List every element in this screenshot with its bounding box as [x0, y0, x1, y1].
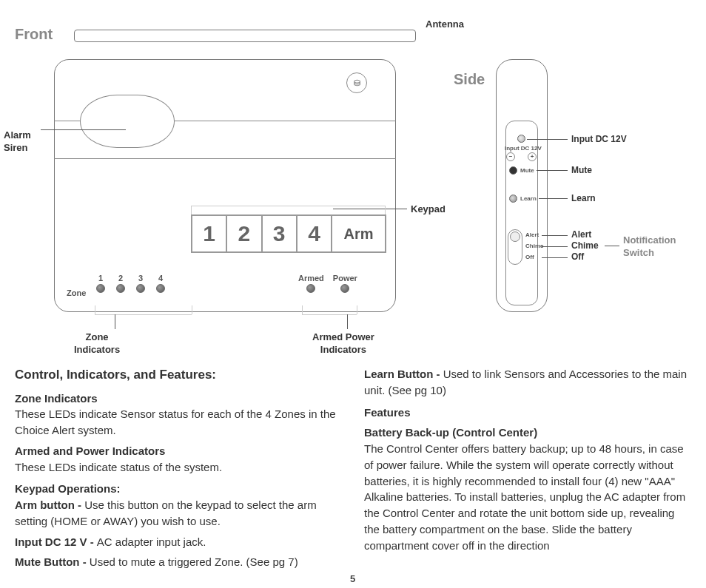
armed-power-heading: Armed and Power Indicators: [15, 443, 342, 459]
plus-icon: +: [528, 152, 537, 161]
armed-ind-leader: [347, 314, 348, 329]
keypad-bracket-r: [385, 206, 386, 214]
learn-button-label: Learn Button -: [364, 368, 443, 380]
zone-led-1: 1: [96, 274, 105, 293]
chime-leader: [542, 246, 568, 247]
keypad-leader: [333, 209, 407, 209]
led-icon: [340, 284, 349, 293]
input-dc-tiny-label: Input DC 12V: [505, 145, 542, 152]
chime-tiny-label: Chime: [525, 243, 543, 249]
front-view-label: Front: [15, 26, 53, 43]
input-dc-port: [517, 135, 525, 143]
armed-led: Armed: [298, 274, 324, 293]
ge-logo-icon: ⛁: [346, 72, 367, 93]
accent-line: [175, 121, 396, 121]
armed-bracket-l: [302, 305, 303, 314]
features-heading: Features: [364, 405, 691, 421]
section-title: Control, Indicators, and Features:: [15, 366, 342, 385]
alarm-siren-callout: Alarm Siren: [4, 129, 31, 155]
inputdc-leader: [527, 139, 568, 140]
keypad-key-2[interactable]: 2: [227, 216, 262, 251]
arm-button-label: Arm button -: [15, 499, 84, 511]
led-icon: [156, 284, 165, 293]
mute-button-text: Used to mute a triggered Zone. (See pg 7…: [90, 555, 298, 568]
mute-leader: [537, 170, 568, 171]
zone-led-2: 2: [116, 274, 125, 293]
led-icon: [306, 284, 315, 293]
antenna: [74, 30, 416, 42]
armed-bracket-r: [357, 305, 357, 314]
zone-led-4: 4: [156, 274, 165, 293]
keypad-key-3[interactable]: 3: [263, 216, 297, 251]
alarm-siren-speaker: [80, 95, 175, 148]
keypad-bracket-l: [191, 206, 192, 214]
learn-button-para: Learn Button - Used to link Sensors and …: [364, 366, 691, 399]
notification-switch[interactable]: [508, 229, 522, 265]
antenna-callout: Antenna: [426, 18, 464, 31]
right-column: Learn Button - Used to link Sensors and …: [364, 366, 691, 575]
zone-led-3: 3: [136, 274, 145, 293]
learn-leader: [539, 198, 568, 199]
zone-indicators-callout: Zone Indicators: [74, 331, 120, 356]
alert-tiny-label: Alert: [525, 232, 539, 238]
zone-bracket-l: [95, 305, 95, 314]
text-columns: Control, Indicators, and Features: Zone …: [15, 366, 691, 575]
led-icon: [136, 284, 145, 293]
alarm-siren-leader: [41, 129, 126, 130]
input-dc-callout: Input DC 12V: [571, 134, 627, 144]
keypad-ops-heading: Keypad Operations:: [15, 481, 342, 497]
accent-line: [54, 158, 396, 159]
accent-line: [54, 121, 81, 121]
led-icon: [96, 284, 105, 293]
alert-leader: [542, 235, 568, 236]
learn-callout: Learn: [571, 193, 596, 203]
arm-button-para: Arm button - Use this button on the keyp…: [15, 497, 342, 530]
zone-ind-leader: [115, 314, 115, 329]
led-icon: [116, 284, 125, 293]
notif-leader: [605, 246, 619, 246]
power-led: Power: [333, 274, 357, 293]
page-number: 5: [350, 573, 355, 584]
zone-bracket: [95, 314, 192, 315]
mute-button-para: Mute Button - Used to mute a triggered Z…: [15, 554, 342, 570]
switch-knob-icon: [510, 232, 520, 242]
zone-indicators-para: These LEDs indicate Sensor status for ea…: [15, 406, 342, 439]
learn-tiny-label: Learn: [520, 195, 537, 202]
zone-bracket-r: [192, 305, 192, 314]
learn-button[interactable]: [509, 195, 517, 203]
keypad-callout: Keypad: [411, 203, 446, 216]
battery-backup-para: The Control Center offers battery backup…: [364, 441, 691, 553]
input-dc-para: Input DC 12 V - AC adapter input jack.: [15, 534, 342, 550]
input-dc-text: AC adapter input jack.: [97, 535, 206, 548]
zone-led-row: 1 2 3 4: [96, 274, 176, 293]
keypad: 1 2 3 4 Arm: [191, 214, 386, 253]
status-led-row: Armed Power: [298, 274, 369, 293]
side-view-label: Side: [454, 71, 485, 88]
mute-button-label: Mute Button -: [15, 555, 90, 568]
keypad-key-1[interactable]: 1: [192, 216, 227, 251]
armed-power-indicators-callout: Armed Power Indicators: [312, 331, 374, 356]
mute-button[interactable]: [509, 166, 517, 175]
zone-indicators-heading: Zone Indicators: [15, 391, 342, 407]
armed-bracket: [302, 314, 357, 315]
alert-callout: Alert: [571, 229, 591, 240]
off-leader: [542, 257, 568, 258]
input-dc-label: Input DC 12 V -: [15, 535, 97, 548]
armed-power-para: These LEDs indicate status of the system…: [15, 459, 342, 476]
off-callout: Off: [571, 251, 584, 262]
minus-icon: −: [506, 152, 515, 161]
keypad-top-bracket: [191, 206, 385, 206]
keypad-arm-button[interactable]: Arm: [332, 216, 385, 251]
notification-switch-callout: Notification Switch: [623, 234, 676, 260]
off-tiny-label: Off: [525, 254, 534, 260]
mute-tiny-label: Mute: [520, 167, 534, 174]
left-column: Control, Indicators, and Features: Zone …: [15, 366, 342, 575]
zone-inline-label: Zone: [67, 288, 86, 297]
mute-callout: Mute: [571, 165, 592, 175]
keypad-key-4[interactable]: 4: [297, 216, 332, 251]
battery-backup-heading: Battery Back-up (Control Center): [364, 425, 691, 441]
chime-callout: Chime: [571, 240, 599, 251]
